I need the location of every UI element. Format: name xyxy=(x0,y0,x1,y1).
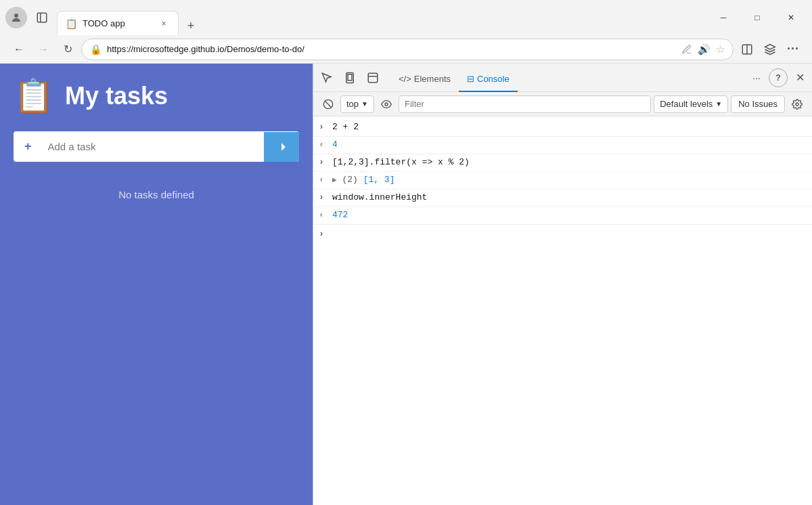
collection-icon xyxy=(681,44,692,55)
profile-icon[interactable] xyxy=(5,7,27,28)
console-line: ‹ ▶ (2) [1, 3] xyxy=(313,172,812,190)
console-input-arrow: › xyxy=(319,157,332,167)
todo-input-row: + xyxy=(14,131,299,162)
todo-add-plus-icon[interactable]: + xyxy=(14,131,43,162)
console-output-text: 4 xyxy=(332,139,807,150)
close-window-button[interactable]: ✕ xyxy=(775,7,807,28)
console-input-arrow: › xyxy=(319,192,332,202)
tab-favicon: 📋 xyxy=(66,18,77,29)
browser-essentials-icon[interactable] xyxy=(759,39,781,60)
todo-app-icon: 📋 xyxy=(14,77,54,115)
content-area: 📋 My tasks + No tasks defined xyxy=(0,64,812,505)
title-bar: 📋 TODO app × + ─ □ ✕ xyxy=(0,0,812,35)
array-count: (2) xyxy=(342,175,357,185)
nav-right-buttons: ··· xyxy=(736,39,804,60)
forward-button: → xyxy=(32,39,54,60)
svg-rect-7 xyxy=(368,73,378,83)
address-bar[interactable]: 🔒 https://microsoftedge.github.io/Demos/… xyxy=(81,39,734,60)
url-text: https://microsoftedge.github.io/Demos/de… xyxy=(107,44,676,54)
console-clear-button[interactable] xyxy=(319,95,338,114)
array-value: [1, 3] xyxy=(363,175,395,185)
todo-empty-message: No tasks defined xyxy=(14,189,299,200)
lock-icon: 🔒 xyxy=(90,44,102,55)
console-prompt-line[interactable]: › xyxy=(313,225,812,242)
maximize-button[interactable]: □ xyxy=(742,7,773,28)
console-line: › window.innerHeight xyxy=(313,190,812,207)
back-button[interactable]: ← xyxy=(8,39,30,60)
console-toolbar: top ▼ Default levels ▼ No Issues xyxy=(313,92,812,116)
tab-close-button[interactable]: × xyxy=(158,18,170,30)
levels-dropdown-icon: ▼ xyxy=(715,100,722,108)
console-input-text: 2 + 2 xyxy=(332,122,807,132)
devtools-more-button[interactable]: ··· xyxy=(747,68,766,87)
console-output-expand: ▶ (2) [1, 3] xyxy=(332,175,807,185)
issues-label: No Issues xyxy=(738,99,777,109)
console-output-arrow: ‹ xyxy=(319,210,332,220)
devtools-panel: </> Elements ⊟ Console ··· ? ✕ xyxy=(313,64,812,505)
console-input-text: [1,2,3].filter(x => x % 2) xyxy=(332,157,807,167)
console-line: › [1,2,3].filter(x => x % 2) xyxy=(313,154,812,172)
devtools-help-button[interactable]: ? xyxy=(769,68,788,87)
more-options-icon[interactable]: ··· xyxy=(782,39,804,60)
active-tab[interactable]: 📋 TODO app × xyxy=(57,11,179,35)
svg-point-12 xyxy=(796,103,798,106)
console-filter-input[interactable] xyxy=(399,95,651,113)
favorites-icon: ☆ xyxy=(716,43,725,56)
console-eye-button[interactable] xyxy=(377,95,396,114)
window-controls: ─ □ ✕ xyxy=(708,7,807,28)
devtools-sidebar-button[interactable] xyxy=(362,67,384,89)
svg-line-10 xyxy=(325,101,331,107)
tabs-bar: 📋 TODO app × + xyxy=(57,0,702,35)
console-output: › 2 + 2 ‹ 4 › [1,2,3].filter(x => x % 2)… xyxy=(313,116,812,505)
tab-title: TODO app xyxy=(83,18,152,28)
todo-submit-button[interactable] xyxy=(264,132,299,162)
todo-app: 📋 My tasks + No tasks defined xyxy=(0,64,313,505)
context-dropdown-icon: ▼ xyxy=(361,100,368,108)
devtools-toolbar-right: ··· ? ✕ xyxy=(747,68,809,87)
console-line: ‹ 472 xyxy=(313,207,812,225)
devtools-close-button[interactable]: ✕ xyxy=(790,68,809,87)
context-label: top xyxy=(346,99,359,109)
sidebar-toggle-icon[interactable] xyxy=(32,8,51,27)
console-context-selector[interactable]: top ▼ xyxy=(340,95,374,113)
svg-point-0 xyxy=(14,14,18,18)
read-aloud-icon: 🔊 xyxy=(698,43,710,56)
devtools-toolbar: </> Elements ⊟ Console ··· ? ✕ xyxy=(313,64,812,92)
devtools-tab-console[interactable]: ⊟ Console xyxy=(459,68,518,92)
console-prompt-arrow: › xyxy=(319,229,332,239)
console-input-text: window.innerHeight xyxy=(332,192,807,202)
console-issues-button[interactable]: No Issues xyxy=(731,95,785,113)
nav-bar: ← → ↻ 🔒 https://microsoftedge.github.io/… xyxy=(0,35,812,64)
split-screen-icon[interactable] xyxy=(736,39,758,60)
console-settings-button[interactable] xyxy=(788,95,807,114)
console-output-text: 472 xyxy=(332,210,807,220)
svg-point-11 xyxy=(385,103,388,106)
todo-app-title: My tasks xyxy=(65,82,168,110)
refresh-button[interactable]: ↻ xyxy=(57,39,78,60)
devtools-tab-elements[interactable]: </> Elements xyxy=(390,68,459,92)
todo-task-input[interactable] xyxy=(43,133,264,160)
todo-header: 📋 My tasks xyxy=(14,77,299,115)
title-bar-left xyxy=(5,7,51,28)
console-line: ‹ 4 xyxy=(313,137,812,154)
new-tab-button[interactable]: + xyxy=(181,16,200,35)
minimize-button[interactable]: ─ xyxy=(708,7,739,28)
svg-rect-1 xyxy=(37,13,47,22)
console-output-arrow: ‹ xyxy=(319,175,332,185)
console-levels-dropdown[interactable]: Default levels ▼ xyxy=(654,95,728,113)
levels-label: Default levels xyxy=(660,99,713,109)
devtools-device-button[interactable] xyxy=(339,67,361,89)
svg-rect-6 xyxy=(348,74,352,80)
expand-icon[interactable]: ▶ xyxy=(332,176,337,184)
browser-window: 📋 TODO app × + ─ □ ✕ ← → ↻ 🔒 https://mic… xyxy=(0,0,812,505)
console-input-arrow: › xyxy=(319,122,332,132)
console-line: › 2 + 2 xyxy=(313,119,812,137)
devtools-inspect-button[interactable] xyxy=(316,67,338,89)
devtools-tabs: </> Elements ⊟ Console xyxy=(385,64,746,92)
console-output-arrow: ‹ xyxy=(319,139,332,150)
